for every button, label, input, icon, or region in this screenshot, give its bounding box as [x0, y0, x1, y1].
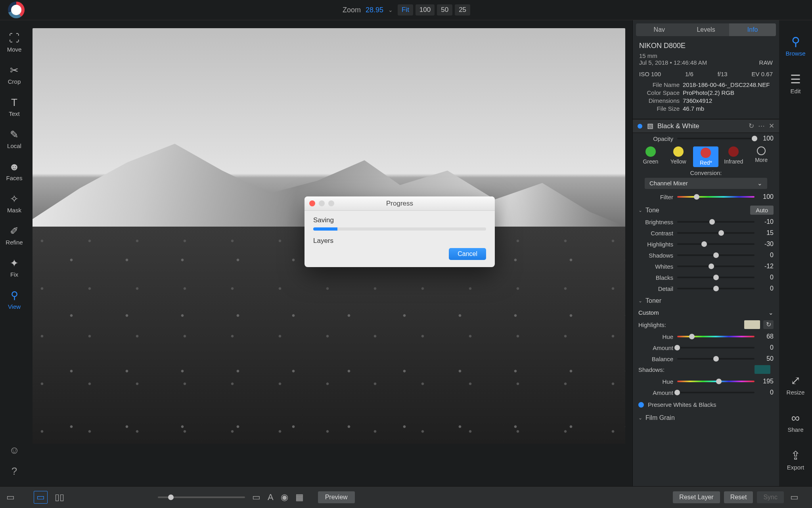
info-block: NIKON D800E 15 mm Jul 5, 2018 • 12:46:48… [633, 38, 779, 119]
dimensions-value: 7360x4912 [683, 97, 712, 104]
toner-select[interactable]: Custom⌄ [638, 308, 774, 318]
move-tool[interactable]: ⛶Move [2, 32, 26, 53]
panel-toggle-icon[interactable]: ▭ [790, 492, 799, 502]
tab-info[interactable]: Info [729, 23, 776, 36]
zoom-dropdown-icon[interactable]: ⌄ [388, 7, 393, 13]
view-tool[interactable]: ⚲View [2, 289, 26, 310]
layer-enabled-dot[interactable] [638, 124, 642, 129]
edit-mode[interactable]: ☰Edit [790, 72, 801, 95]
browse-mode[interactable]: ⚲Browse [785, 35, 805, 57]
layout-single-icon[interactable]: ▭ [6, 492, 15, 502]
dialog-titlebar[interactable]: Progress [304, 196, 495, 211]
filter-yellow[interactable]: Yellow [666, 146, 691, 167]
reset-layer-button[interactable]: Reset Layer [673, 491, 720, 503]
cancel-button[interactable]: Cancel [449, 248, 486, 260]
mask-tool[interactable]: ✧Mask [2, 193, 26, 214]
shutter-value: 1/6 [685, 71, 693, 77]
filter-more[interactable]: More [749, 146, 774, 167]
view-mode-grid-icon[interactable]: ▦ [295, 492, 304, 502]
progress-dialog: Progress Saving Layers Cancel [304, 196, 495, 267]
layer-reset-icon[interactable]: ↻ [749, 122, 754, 130]
toner-section-header[interactable]: ⌄Toner [633, 294, 779, 306]
layer-close-icon[interactable]: ✕ [769, 122, 774, 130]
text-tool[interactable]: TText [2, 96, 26, 117]
tab-nav[interactable]: Nav [636, 23, 683, 36]
view-icon: ⚲ [2, 289, 26, 302]
tab-levels[interactable]: Levels [683, 23, 730, 36]
filename-value: 2018-186-00-46-_DSC2248.NEF [683, 81, 770, 88]
exif-row: ISO 100 1/6 f/13 EV 0.67 [639, 71, 773, 77]
tone-section-header[interactable]: ⌄ Tone Auto [633, 202, 779, 216]
iso-value: ISO 100 [639, 71, 661, 77]
faces-tool[interactable]: ☻Faces [2, 161, 26, 182]
toner-highlights-label: Highlights: [638, 321, 670, 328]
sync-button[interactable]: Sync [757, 491, 784, 503]
share-icon: ∞ [787, 411, 803, 425]
bw-layer-header[interactable]: ▧ Black & White ↻ ⋯ ✕ [633, 119, 779, 133]
blacks-slider[interactable]: Blacks0 [633, 272, 779, 283]
left-tool-rail: ⛶Move ✂Crop TText ✎Local ☻Faces ✧Mask ✐R… [0, 20, 29, 486]
share-mode[interactable]: ∞Share [787, 411, 803, 433]
layout-compare-a-icon[interactable]: ▭ [34, 491, 48, 504]
refine-tool[interactable]: ✐Refine [2, 225, 26, 246]
window-minimize-icon [319, 200, 325, 206]
opacity-slider[interactable]: Opacity 100 [633, 133, 779, 144]
fix-tool[interactable]: ✦Fix [2, 257, 26, 278]
zoom-25-button[interactable]: 25 [455, 4, 470, 15]
bottom-bar: ▭ ▭ ▯▯ ▭ A ◉ ▦ Preview Reset Layer Reset… [0, 486, 812, 508]
view-mode-circle-icon[interactable]: ◉ [281, 492, 288, 502]
filter-infrared[interactable]: Infrared [721, 146, 746, 167]
help-icon[interactable]: ? [2, 465, 26, 477]
export-icon: ⇪ [787, 448, 804, 462]
highlights-swatch[interactable] [744, 320, 760, 329]
camera-model: NIKON D800E [639, 42, 773, 50]
zoom-100-button[interactable]: 100 [416, 4, 435, 15]
brush-icon: ✎ [2, 129, 26, 141]
conversion-select[interactable]: Channel Mixer⌄ [645, 178, 767, 189]
resize-icon: ⤢ [787, 373, 805, 387]
layout-compare-b-icon[interactable]: ▯▯ [55, 492, 64, 502]
hl-amount-slider[interactable]: Amount0 [633, 342, 779, 353]
bw-title: Black & White [657, 122, 699, 130]
view-mode-text-icon[interactable]: A [268, 492, 274, 502]
crop-tool[interactable]: ✂Crop [2, 64, 26, 85]
highlights-slider[interactable]: Highlights-30 [633, 239, 779, 250]
raw-badge: RAW [759, 59, 773, 66]
hl-hue-slider[interactable]: Hue68 [633, 331, 779, 342]
local-tool[interactable]: ✎Local [2, 129, 26, 150]
shadows-slider[interactable]: Shadows0 [633, 250, 779, 261]
reset-button[interactable]: Reset [724, 491, 753, 503]
filter-green[interactable]: Green [638, 146, 663, 167]
detail-slider[interactable]: Detail0 [633, 283, 779, 294]
contrast-slider[interactable]: Contrast15 [633, 227, 779, 239]
move-icon: ⛶ [2, 32, 26, 44]
chevron-down-icon: ⌄ [638, 298, 642, 304]
filmgrain-section-header[interactable]: ⌄Film Grain [633, 411, 779, 423]
view-mode-1-icon[interactable]: ▭ [252, 492, 260, 502]
toner-shadows-label: Shadows: [638, 366, 668, 373]
zoom-fit-button[interactable]: Fit [398, 4, 413, 15]
sliders-icon: ☰ [790, 72, 801, 86]
zoom-value: 28.95 [366, 6, 383, 14]
refine-icon: ✐ [2, 225, 26, 237]
resize-mode[interactable]: ⤢Resize [787, 373, 805, 396]
shadows-swatch[interactable] [755, 365, 770, 374]
balance-slider[interactable]: Balance50 [633, 353, 779, 364]
window-close-icon[interactable] [309, 200, 315, 206]
highlights-reset-icon[interactable]: ↻ [763, 320, 774, 329]
mask-icon: ✧ [2, 193, 26, 205]
whites-slider[interactable]: Whites-12 [633, 261, 779, 272]
sh-amount-slider[interactable]: Amount0 [633, 387, 779, 398]
filter-red[interactable]: Red* [693, 146, 718, 167]
zoom-50-button[interactable]: 50 [437, 4, 452, 15]
filter-slider[interactable]: Filter 100 [633, 191, 779, 202]
preserve-checkbox[interactable]: Preserve Whites & Blacks [633, 398, 779, 411]
account-icon[interactable]: ☺ [2, 444, 26, 456]
thumb-size-slider[interactable] [158, 496, 245, 498]
auto-button[interactable]: Auto [750, 206, 774, 215]
layer-menu-icon[interactable]: ⋯ [758, 122, 765, 130]
export-mode[interactable]: ⇪Export [787, 448, 804, 471]
preview-button[interactable]: Preview [318, 491, 355, 503]
brightness-slider[interactable]: Brightness-10 [633, 216, 779, 227]
sh-hue-slider[interactable]: Hue195 [633, 376, 779, 387]
